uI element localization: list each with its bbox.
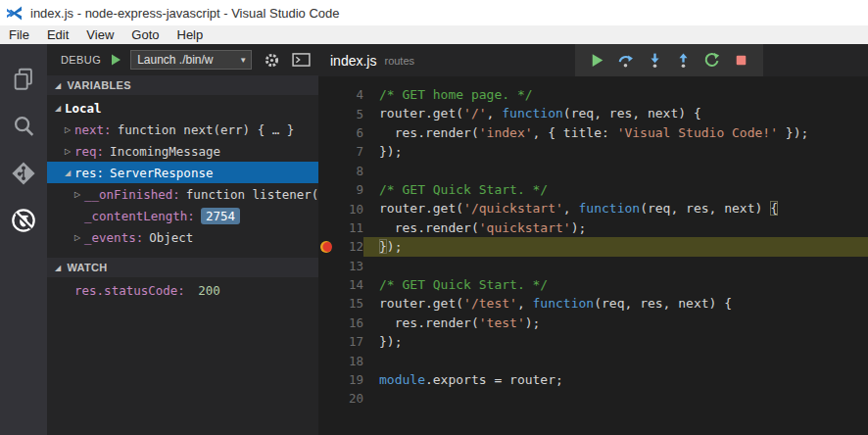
menu-item-view[interactable]: View xyxy=(77,25,122,44)
twisty-collapsed-icon[interactable]: ▷ xyxy=(74,233,84,242)
menu-item-help[interactable]: Help xyxy=(169,25,213,44)
watch-section-header[interactable]: ◢ WATCH xyxy=(47,258,318,277)
variable-value: function next(err) { … } xyxy=(118,122,295,137)
variable-value: IncomingMessage xyxy=(110,144,220,159)
continue-icon[interactable] xyxy=(589,52,606,70)
breakpoint-gutter[interactable] xyxy=(318,351,334,369)
code-line-17[interactable]: 17}); xyxy=(318,332,868,351)
code-line-18[interactable]: 18 xyxy=(318,351,868,369)
breakpoint-gutter[interactable] xyxy=(318,275,334,294)
restart-icon[interactable] xyxy=(703,52,721,70)
section-twisty-icon: ◢ xyxy=(55,264,61,272)
debug-toolbar xyxy=(575,44,763,76)
code-text: /* GET home page. */ xyxy=(363,85,868,104)
code-text: router.get('/quickstart', function(req, … xyxy=(363,199,868,218)
breakpoint-gutter[interactable] xyxy=(318,162,334,180)
variable-row[interactable]: ▷next:function next(err) { … } xyxy=(47,119,318,140)
variable-row[interactable]: ▷_events:Object xyxy=(47,226,318,248)
breakpoint-gutter[interactable] xyxy=(318,389,334,408)
vscode-logo-icon xyxy=(6,6,23,21)
variable-row[interactable]: ◢res:ServerResponse xyxy=(47,162,318,183)
variable-row[interactable]: ▷__onFinished:function listener(… xyxy=(47,183,318,205)
variable-name: _contentLength: xyxy=(84,209,195,223)
breakpoint-current-line-icon[interactable] xyxy=(318,237,334,256)
breakpoint-gutter[interactable] xyxy=(318,180,334,199)
breakpoint-gutter[interactable] xyxy=(318,294,334,313)
breakpoint-gutter[interactable] xyxy=(318,199,334,218)
breakpoint-gutter[interactable] xyxy=(318,142,334,161)
twisty-collapsed-icon[interactable]: ▷ xyxy=(74,190,84,199)
menu-item-file[interactable]: File xyxy=(0,25,38,44)
code-line-15[interactable]: 15router.get('/test', function(req, res,… xyxy=(318,294,868,313)
code-line-8[interactable]: 8 xyxy=(318,162,868,180)
menu-item-goto[interactable]: Goto xyxy=(122,25,168,44)
step-over-icon[interactable] xyxy=(617,52,635,70)
variable-value: Object xyxy=(149,230,193,245)
variable-row[interactable]: ◢Local xyxy=(47,97,318,119)
twisty-expanded-icon[interactable]: ◢ xyxy=(55,104,65,113)
code-text xyxy=(363,351,868,369)
twisty-expanded-icon[interactable]: ◢ xyxy=(65,169,74,177)
tab-index-js[interactable]: index.js xyxy=(330,53,376,69)
configure-gear-icon[interactable] xyxy=(264,52,280,69)
code-line-4[interactable]: 4/* GET home page. */ xyxy=(318,85,868,104)
code-line-12[interactable]: 12}); xyxy=(318,237,868,256)
launch-config-dropdown[interactable]: Launch ./bin/w ▼ xyxy=(130,50,252,70)
files-icon[interactable] xyxy=(0,56,47,103)
line-number: 16 xyxy=(334,315,363,330)
stop-icon[interactable] xyxy=(732,52,749,70)
variable-value: ServerResponse xyxy=(110,166,213,180)
breakpoint-gutter[interactable] xyxy=(318,257,334,275)
variables-section-header[interactable]: ◢ VARIABLES xyxy=(47,75,318,95)
breakpoint-gutter[interactable] xyxy=(318,370,334,389)
code-line-6[interactable]: 6 res.render('index', { title: 'Visual S… xyxy=(318,123,868,142)
watch-expression-value: 200 xyxy=(191,283,220,298)
code-line-9[interactable]: 9/* GET Quick Start. */ xyxy=(318,180,868,199)
breakpoint-dot xyxy=(320,241,332,253)
start-debug-icon[interactable] xyxy=(109,53,122,67)
line-number: 12 xyxy=(334,239,363,254)
git-icon[interactable] xyxy=(0,150,47,197)
code-editor[interactable]: 4/* GET home page. */5router.get('/', fu… xyxy=(318,76,868,409)
variable-name: __onFinished: xyxy=(84,187,180,202)
code-text: router.get('/test', function(req, res, n… xyxy=(363,294,868,313)
line-number: 9 xyxy=(334,182,363,197)
code-text: res.render('index', { title: 'Visual Stu… xyxy=(363,123,868,142)
variable-row[interactable]: _contentLength:2754 xyxy=(47,205,318,226)
breakpoint-gutter[interactable] xyxy=(318,314,334,332)
code-line-14[interactable]: 14/* GET Quick Start. */ xyxy=(318,275,868,294)
code-text: }); xyxy=(363,237,868,256)
breakpoint-gutter[interactable] xyxy=(318,123,334,142)
code-line-13[interactable]: 13 xyxy=(318,257,868,275)
tab-folder-label: routes xyxy=(384,55,414,67)
line-number: 14 xyxy=(334,277,363,292)
breakpoint-gutter[interactable] xyxy=(318,218,334,237)
code-line-20[interactable]: 20 xyxy=(318,389,868,408)
code-text xyxy=(363,389,868,408)
code-line-11[interactable]: 11 res.render('quickstart'); xyxy=(318,218,868,237)
variables-section-title: VARIABLES xyxy=(67,79,130,91)
code-text: module.exports = router; xyxy=(363,370,868,389)
code-line-19[interactable]: 19module.exports = router; xyxy=(318,370,868,389)
step-into-icon[interactable] xyxy=(646,52,663,70)
variable-name: res: xyxy=(74,166,104,180)
debug-icon[interactable] xyxy=(0,197,47,244)
open-console-icon[interactable] xyxy=(292,53,311,67)
vscode-window: index.js - node-express-javascript - Vis… xyxy=(0,0,868,435)
search-icon[interactable] xyxy=(0,103,47,150)
code-line-7[interactable]: 7}); xyxy=(318,142,868,161)
code-line-5[interactable]: 5router.get('/', function(req, res, next… xyxy=(318,104,868,122)
code-line-10[interactable]: 10router.get('/quickstart', function(req… xyxy=(318,199,868,218)
code-line-16[interactable]: 16 res.render('test'); xyxy=(318,314,868,332)
breakpoint-gutter[interactable] xyxy=(318,104,334,122)
step-out-icon[interactable] xyxy=(675,52,693,70)
twisty-collapsed-icon[interactable]: ▷ xyxy=(65,125,74,134)
variable-row[interactable]: ▷req:IncomingMessage xyxy=(47,140,318,162)
line-number: 20 xyxy=(334,391,363,406)
breakpoint-gutter[interactable] xyxy=(318,332,334,351)
breakpoint-gutter[interactable] xyxy=(318,85,334,104)
twisty-collapsed-icon[interactable]: ▷ xyxy=(65,147,74,156)
line-number: 15 xyxy=(334,296,363,311)
menu-item-edit[interactable]: Edit xyxy=(38,25,77,44)
watch-expression-row[interactable]: res.statusCode:200 xyxy=(47,279,318,301)
